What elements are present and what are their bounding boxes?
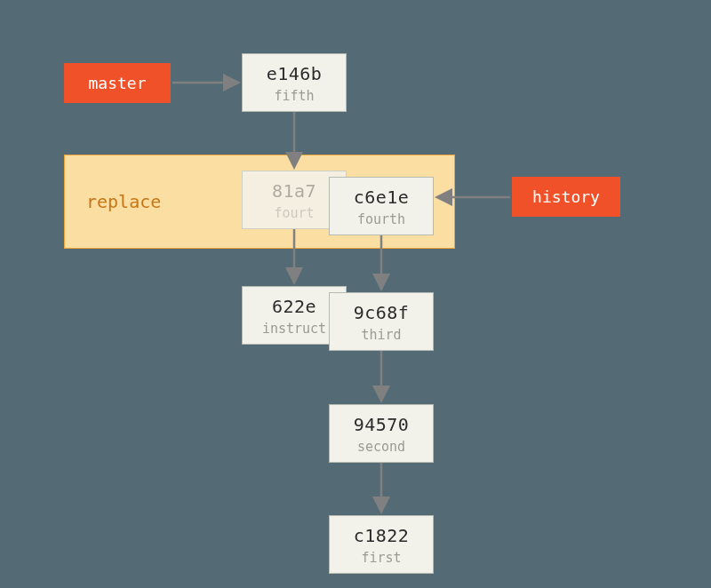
ref-label: master — [88, 74, 146, 92]
commit-9c68f: 9c68f third — [329, 292, 434, 351]
commit-e146b: e146b fifth — [242, 53, 347, 112]
commit-msg: first — [330, 550, 433, 566]
commit-hash: 9c68f — [330, 302, 433, 323]
ref-label: history — [532, 187, 600, 206]
commit-hash: c1822 — [330, 525, 433, 546]
ref-history: history — [512, 177, 620, 217]
commit-msg: fourth — [330, 211, 433, 227]
commit-c1822: c1822 first — [329, 515, 434, 574]
commit-hash: 94570 — [330, 414, 433, 435]
commit-msg: fifth — [243, 88, 346, 104]
commit-c6e1e: c6e1e fourth — [329, 177, 434, 235]
commit-hash: c6e1e — [330, 187, 433, 208]
ref-master: master — [64, 63, 171, 103]
commit-msg: second — [330, 439, 433, 455]
commit-msg: third — [330, 327, 433, 343]
commit-hash: e146b — [243, 63, 346, 84]
replace-label: replace — [86, 191, 161, 212]
commit-94570: 94570 second — [329, 404, 434, 463]
